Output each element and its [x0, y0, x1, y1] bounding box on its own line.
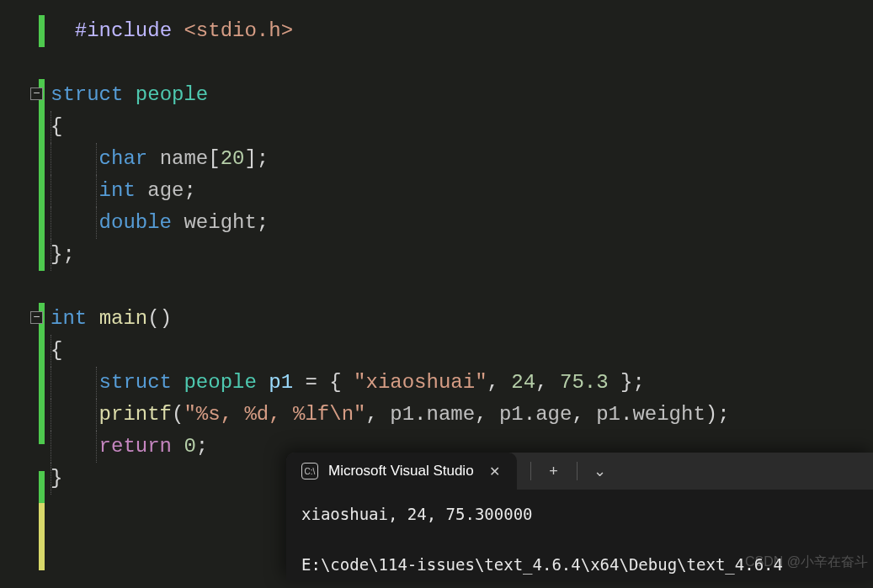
terminal-tab-actions: + ⌄ [517, 458, 623, 484]
code-line: double weight; [51, 207, 873, 239]
close-icon[interactable]: ✕ [484, 462, 505, 481]
output-line: xiaoshuai, 24, 75.300000 [301, 505, 533, 523]
output-line: E:\code\114-issues\text_4.6.4\x64\Debug\… [301, 555, 783, 574]
terminal-tab[interactable]: C:\ Microsoft Visual Studio ✕ [286, 453, 517, 490]
code-line: printf("%s, %d, %lf\n", p1.name, p1.age,… [51, 399, 873, 431]
terminal-output[interactable]: xiaoshuai, 24, 75.300000 E:\code\114-iss… [286, 490, 873, 580]
code-line: char name[20]; [51, 143, 873, 175]
code-line [51, 47, 873, 79]
terminal-tab-title: Microsoft Visual Studio [328, 463, 474, 479]
new-tab-button[interactable]: + [540, 458, 568, 484]
code-line: −struct people [51, 79, 873, 111]
terminal-tabbar: C:\ Microsoft Visual Studio ✕ + ⌄ [286, 453, 873, 490]
terminal-window[interactable]: C:\ Microsoft Visual Studio ✕ + ⌄ xiaosh… [286, 453, 873, 580]
code-line: { [51, 111, 873, 143]
code-line: #include <stdio.h> [51, 15, 873, 47]
tab-dropdown-button[interactable]: ⌄ [586, 458, 615, 484]
code-line: }; [51, 239, 873, 271]
editor-gutter [0, 0, 51, 588]
code-line: −int main() [51, 303, 873, 335]
code-line: { [51, 335, 873, 367]
code-line: struct people p1 = { "xiaoshuai", 24, 75… [51, 367, 873, 399]
cmd-icon: C:\ [301, 463, 318, 479]
code-line: int age; [51, 175, 873, 207]
fold-toggle[interactable]: − [30, 311, 43, 324]
fold-toggle[interactable]: − [30, 87, 43, 100]
code-line [51, 271, 873, 303]
